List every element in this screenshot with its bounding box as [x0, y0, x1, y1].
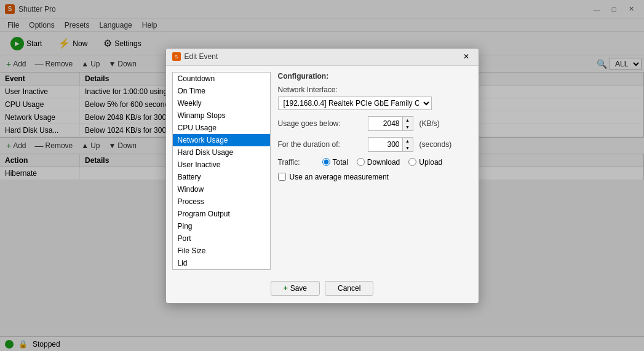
traffic-label: Traffic: [278, 158, 315, 167]
usage-down-button[interactable] [403, 124, 413, 130]
duration-spinner [368, 137, 413, 152]
radio-download-input[interactable] [357, 158, 365, 166]
list-item-network[interactable]: Network Usage [173, 134, 270, 146]
dialog-footer: + Save Cancel [166, 276, 479, 303]
usage-spinner [368, 116, 413, 131]
duration-label: For the duration of: [278, 140, 364, 149]
list-item-window[interactable]: Window [173, 183, 270, 195]
average-checkbox[interactable] [278, 173, 286, 181]
list-item-harddisk[interactable]: Hard Disk Usage [173, 146, 270, 159]
save-button[interactable]: + Save [271, 281, 320, 296]
event-type-list: Countdown On Time Weekly Winamp Stops CP… [172, 72, 271, 270]
duration-up-button[interactable] [403, 138, 413, 144]
list-item-port[interactable]: Port [173, 232, 270, 245]
radio-total-input[interactable] [322, 158, 330, 166]
dialog-overlay: S Edit Event ✕ Countdown On Time Weekly … [0, 0, 644, 351]
cancel-button[interactable]: Cancel [325, 281, 373, 296]
duration-input[interactable] [368, 139, 402, 150]
list-item-process[interactable]: Process [173, 195, 270, 208]
network-interface-select[interactable]: [192.168.0.4] Realtek PCIe GbE Family Co… [278, 97, 432, 110]
usage-up-button[interactable] [403, 117, 413, 124]
radio-total-label: Total [333, 158, 348, 167]
radio-upload-input[interactable] [408, 158, 416, 166]
duration-down-button[interactable] [403, 144, 413, 151]
config-panel: Configuration: Network Interface: [192.1… [271, 72, 472, 270]
list-item-cpu[interactable]: CPU Usage [173, 122, 270, 134]
save-plus-icon: + [284, 284, 288, 293]
duration-unit: (seconds) [419, 140, 452, 149]
list-item-programoutput[interactable]: Program Output [173, 208, 270, 220]
usage-input[interactable] [368, 118, 402, 129]
usage-below-label: Usage goes below: [278, 119, 364, 128]
dialog-app-icon: S [172, 52, 181, 61]
dialog-body: Countdown On Time Weekly Winamp Stops CP… [166, 66, 479, 276]
duration-spin-buttons [402, 138, 413, 151]
list-item-weekly[interactable]: Weekly [173, 97, 270, 109]
duration-row: For the duration of: (seconds) [278, 137, 465, 152]
radio-download[interactable]: Download [357, 158, 400, 167]
list-item-userinactive[interactable]: User Inactive [173, 159, 270, 171]
radio-total[interactable]: Total [322, 158, 348, 167]
list-item-ping[interactable]: Ping [173, 220, 270, 232]
config-label: Configuration: [278, 72, 465, 81]
network-interface-label: Network Interface: [278, 85, 465, 94]
network-interface-row: [192.168.0.4] Realtek PCIe GbE Family Co… [278, 97, 465, 110]
radio-download-label: Download [367, 158, 400, 167]
average-label: Use an average measurement [290, 173, 389, 181]
traffic-row: Traffic: Total Download Upload [278, 158, 465, 167]
edit-event-dialog: S Edit Event ✕ Countdown On Time Weekly … [165, 48, 479, 304]
list-item-ontime[interactable]: On Time [173, 85, 270, 97]
save-label: Save [290, 284, 307, 293]
list-item-battery[interactable]: Battery [173, 171, 270, 183]
list-item-lid[interactable]: Lid [173, 257, 270, 269]
dialog-close-button[interactable]: ✕ [460, 51, 472, 62]
traffic-radio-group: Total Download Upload [322, 158, 443, 167]
average-checkbox-row: Use an average measurement [278, 173, 465, 181]
radio-upload[interactable]: Upload [408, 158, 442, 167]
dialog-title-bar: S Edit Event ✕ [166, 49, 479, 66]
usage-spin-buttons [402, 117, 413, 130]
usage-unit: (KB/s) [419, 119, 440, 128]
radio-upload-label: Upload [419, 158, 442, 167]
list-item-countdown[interactable]: Countdown [173, 73, 270, 85]
usage-below-row: Usage goes below: (KB/s) [278, 116, 465, 131]
list-item-filesize[interactable]: File Size [173, 245, 270, 257]
dialog-title: Edit Event [185, 52, 460, 61]
list-item-winamp[interactable]: Winamp Stops [173, 109, 270, 122]
